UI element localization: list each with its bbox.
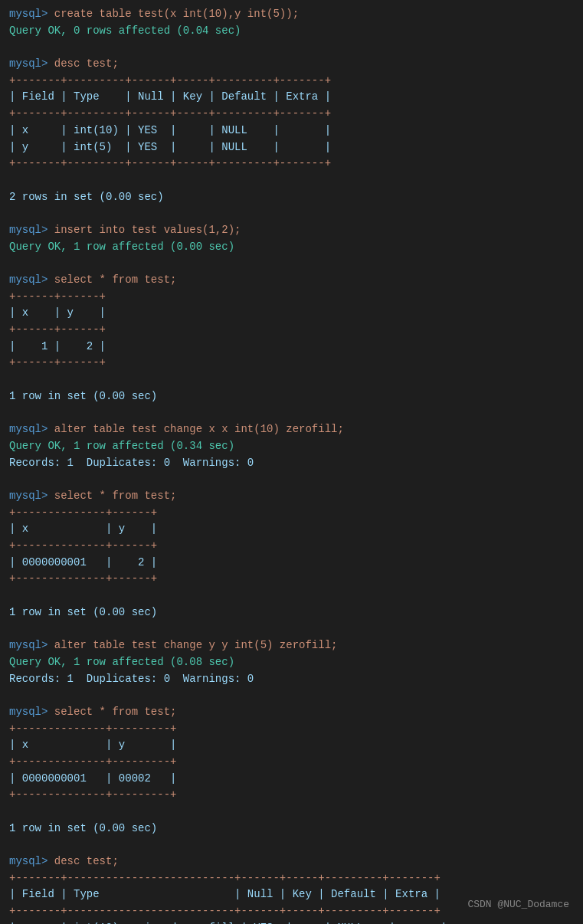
watermark: CSDN @NUC_Dodamce [467, 899, 569, 910]
terminal: mysql> create table test(x int(10),y int… [9, 6, 574, 924]
terminal-content: mysql> create table test(x int(10),y int… [9, 6, 574, 924]
